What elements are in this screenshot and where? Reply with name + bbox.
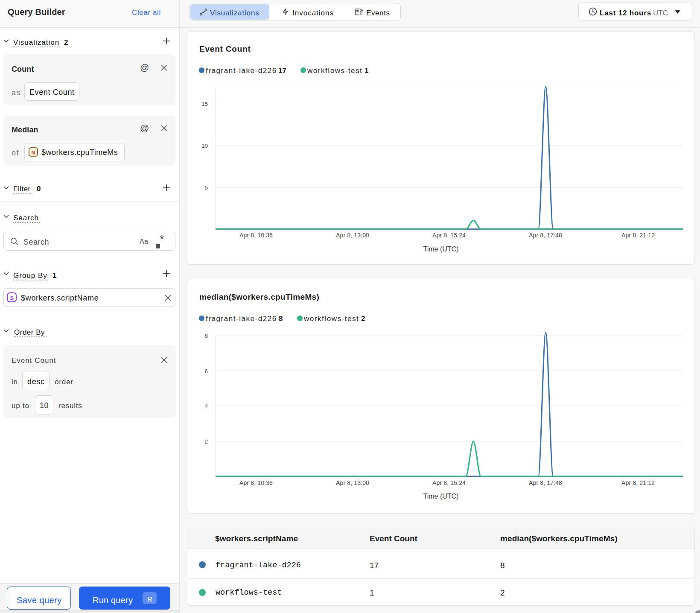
svg-text:Time (UTC): Time (UTC) xyxy=(423,493,459,500)
svg-text:6: 6 xyxy=(204,368,208,374)
svg-text:15: 15 xyxy=(201,101,208,107)
svg-text:Apr 8, 13:00: Apr 8, 13:00 xyxy=(336,232,369,239)
svg-text:Apr 8, 21:12: Apr 8, 21:12 xyxy=(621,479,655,486)
svg-text:2: 2 xyxy=(204,438,208,445)
svg-text:Apr 8, 10:36: Apr 8, 10:36 xyxy=(239,479,273,486)
svg-text:Apr 8, 17:48: Apr 8, 17:48 xyxy=(529,479,562,486)
svg-text:10: 10 xyxy=(201,143,208,149)
svg-text:Apr 8, 15:24: Apr 8, 15:24 xyxy=(432,232,466,239)
svg-text:Apr 8, 17:48: Apr 8, 17:48 xyxy=(529,232,562,239)
svg-text:Apr 8, 15:24: Apr 8, 15:24 xyxy=(432,479,466,486)
svg-text:8: 8 xyxy=(204,333,208,339)
svg-text:5: 5 xyxy=(204,184,208,191)
svg-text:Apr 8, 13:00: Apr 8, 13:00 xyxy=(336,479,369,486)
svg-text:4: 4 xyxy=(204,403,208,409)
svg-text:Apr 8, 21:12: Apr 8, 21:12 xyxy=(621,232,655,239)
svg-text:Time (UTC): Time (UTC) xyxy=(423,245,459,253)
svg-text:Apr 8, 10:36: Apr 8, 10:36 xyxy=(239,232,273,239)
